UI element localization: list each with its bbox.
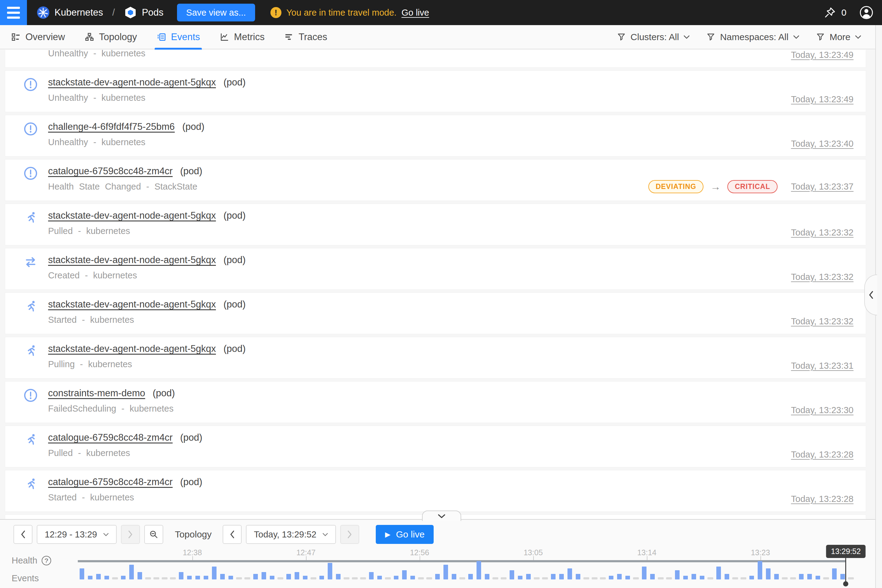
event-entity-link[interactable]: stackstate-dev-agent-node-agent-5gkqx (48, 343, 216, 354)
event-count-bar (475, 561, 483, 579)
event-entity-type: (pod) (224, 77, 246, 88)
time-cursor[interactable] (845, 556, 846, 584)
event-timestamp-link[interactable]: Today, 13:23:49 (791, 94, 854, 104)
time-back-button[interactable] (223, 525, 242, 544)
event-row[interactable]: stackstate-dev-agent-node-agent-5gkqx (p… (5, 70, 866, 112)
event-count-bar (334, 561, 342, 579)
event-description: Pulling - kubernetes (48, 359, 854, 369)
warning-icon: ! (270, 7, 282, 18)
event-entity-link[interactable]: catalogue-6759c8cc48-zm4cr (48, 477, 173, 487)
no-events-dash (491, 561, 500, 579)
breadcrumb-app[interactable]: Kubernetes (54, 7, 103, 18)
current-time-dropdown[interactable]: Today, 13:29:52 (246, 525, 336, 544)
alert-circle-icon (24, 78, 38, 92)
clusters-filter[interactable]: Clusters: All (617, 32, 690, 42)
chevron-down-icon (103, 533, 109, 536)
tab-events[interactable]: Events (156, 25, 200, 49)
event-timestamp-link[interactable]: Today, 13:23:32 (791, 228, 854, 238)
time-range-dropdown[interactable]: 12:29 - 13:29 (37, 525, 117, 544)
warning-text: You are in time travel mode. (286, 8, 397, 18)
event-timestamp-link[interactable]: Today, 13:23:40 (791, 139, 854, 149)
timeline-collapse-button[interactable] (422, 510, 461, 521)
event-row[interactable]: stackstate-dev-agent-node-agent-5gkqx (p… (5, 204, 866, 245)
event-entity-link[interactable]: challenge-4-6f9fdf4f75-25bm6 (48, 121, 175, 132)
event-count-bar (714, 561, 723, 579)
zoom-out-button[interactable] (144, 525, 163, 544)
event-count-bar (177, 561, 185, 579)
time-tick-label: 13:23 (751, 548, 770, 557)
event-count-bar (251, 561, 260, 579)
tab-topology[interactable]: Topology (84, 25, 137, 49)
event-row[interactable]: stackstate-dev-agent-node-agent-5gkqx (p… (5, 337, 866, 378)
event-count-bar (103, 561, 111, 579)
event-count-bar (400, 561, 408, 579)
no-events-dash (532, 561, 541, 579)
event-timestamp-link[interactable]: Today, 13:23:32 (791, 316, 854, 327)
event-row[interactable]: constraints-mem-demo (pod) FailedSchedul… (5, 381, 866, 423)
event-row[interactable]: catalogue-6759c8cc48-zm4cr (pod) Pulled … (5, 426, 866, 467)
event-count-bar (194, 561, 202, 579)
time-tick-mark (760, 556, 761, 560)
time-forward-button[interactable] (340, 525, 359, 544)
event-entity-link[interactable]: catalogue-6759c8cc48-zm4cr (48, 166, 173, 176)
event-entity-link[interactable]: stackstate-dev-agent-node-agent-5gkqx (48, 255, 216, 265)
event-entity-type: (pod) (180, 432, 202, 443)
event-description: FailedScheduling - kubernetes (48, 404, 854, 414)
overview-icon (11, 32, 21, 42)
event-count-bar (566, 561, 574, 579)
event-row[interactable]: Unhealthy - kubernetes Today, 13:23:49 (5, 50, 866, 68)
event-timestamp-link[interactable]: Today, 13:23:28 (791, 494, 854, 504)
event-timestamp-link[interactable]: Today, 13:23:31 (791, 361, 854, 371)
top-bar: Kubernetes / Pods Save view as... ! You … (0, 0, 882, 25)
save-view-as-button[interactable]: Save view as... (177, 4, 255, 21)
breadcrumb-view[interactable]: Pods (142, 7, 164, 18)
event-row-right: DEVIATING → CRITICAL Today, 13:23:37 (648, 180, 854, 193)
tab-overview[interactable]: Overview (11, 25, 65, 49)
event-timestamp-link[interactable]: Today, 13:23:28 (791, 450, 854, 460)
user-avatar-icon[interactable] (860, 6, 873, 20)
event-entity-link[interactable]: stackstate-dev-agent-node-agent-5gkqx (48, 299, 216, 310)
namespaces-filter[interactable]: Namespaces: All (706, 32, 799, 42)
event-timestamp-link[interactable]: Today, 13:23:49 (791, 50, 854, 60)
event-entity-type: (pod) (224, 210, 246, 221)
event-row[interactable]: stackstate-dev-agent-node-agent-5gkqx (p… (5, 292, 866, 334)
no-events-dash (384, 561, 392, 579)
no-events-dash (822, 561, 830, 579)
no-events-dash (591, 561, 599, 579)
event-timestamp-link[interactable]: Today, 13:23:30 (791, 405, 854, 415)
no-events-dash (111, 561, 119, 579)
events-histogram[interactable] (78, 561, 847, 579)
event-row[interactable]: stackstate-dev-agent-node-agent-5gkqx (p… (5, 248, 866, 290)
health-help-icon[interactable]: ? (42, 556, 51, 566)
event-description: Unhealthy - kubernetes (48, 137, 854, 147)
time-cursor-handle[interactable] (843, 581, 848, 586)
event-entity-link[interactable]: catalogue-6759c8cc48-zm4cr (48, 432, 173, 443)
pin-icon[interactable] (824, 6, 836, 19)
activity-runner-icon (24, 211, 38, 225)
event-count-bar (764, 561, 772, 579)
main-menu-button[interactable] (0, 0, 27, 25)
event-title: stackstate-dev-agent-node-agent-5gkqx (p… (48, 210, 854, 221)
event-entity-link[interactable]: stackstate-dev-agent-node-agent-5gkqx (48, 77, 216, 88)
event-timestamp-link[interactable]: Today, 13:23:32 (791, 272, 854, 282)
event-row[interactable]: challenge-4-6f9fdf4f75-25bm6 (pod) Unhea… (5, 115, 866, 156)
more-filters[interactable]: More (816, 32, 861, 42)
event-entity-link[interactable]: stackstate-dev-agent-node-agent-5gkqx (48, 210, 216, 221)
event-row[interactable]: catalogue-6759c8cc48-zm4cr (pod) Health … (5, 159, 866, 201)
event-row[interactable]: catalogue-6759c8cc48-zm4cr (pod) Started… (5, 470, 866, 512)
event-count-bar (119, 561, 128, 579)
event-count-bar (466, 561, 475, 579)
event-entity-link[interactable]: constraints-mem-demo (48, 388, 145, 398)
go-live-link[interactable]: Go live (402, 8, 429, 18)
event-timestamp-link[interactable]: Today, 13:23:37 (791, 182, 854, 192)
tab-metrics[interactable]: Metrics (220, 25, 265, 49)
go-live-button[interactable]: ▶ Go live (376, 525, 434, 544)
kubernetes-logo-icon (37, 6, 50, 19)
range-back-button[interactable] (14, 525, 33, 544)
topbar-right: 0 (824, 6, 873, 20)
range-forward-button[interactable] (121, 525, 140, 544)
tab-traces[interactable]: Traces (284, 25, 327, 49)
metrics-icon (220, 32, 230, 42)
no-events-dash (582, 561, 591, 579)
right-panel-expand-button[interactable] (864, 274, 877, 315)
